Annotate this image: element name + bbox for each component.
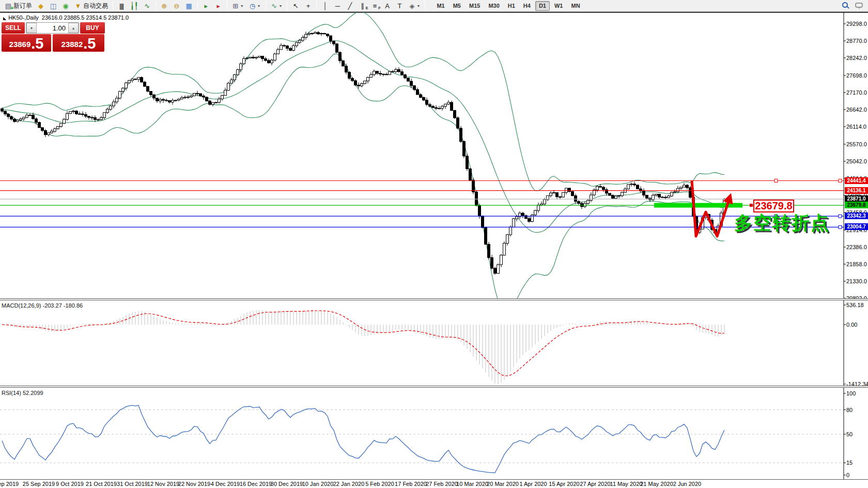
candle (66, 111, 69, 121)
sell-button[interactable]: SELL (2, 22, 25, 34)
fibonacci-button[interactable]: ≡F (369, 1, 380, 11)
candle (17, 119, 19, 123)
date-label: 21 May 2020 (640, 481, 673, 487)
candle (457, 116, 459, 129)
timeframe-d1[interactable]: D1 (535, 1, 550, 11)
new-order-button[interactable]: ▤+新订单 (3, 1, 34, 11)
text-button[interactable]: A (381, 1, 393, 11)
volume-down-button[interactable]: ▾ (26, 23, 37, 33)
volume-input[interactable]: 1.00 (37, 23, 68, 33)
price-tick-label: 21858.0 (846, 261, 868, 267)
timeframe-m15[interactable]: M15 (466, 1, 484, 11)
line-anchor-handle[interactable] (839, 215, 842, 218)
candle (491, 255, 493, 270)
rsi-axis-label: 50 (846, 431, 868, 437)
candle (534, 210, 537, 217)
rsi-panel[interactable] (0, 388, 868, 479)
candle (141, 77, 143, 83)
candle (522, 212, 524, 218)
volume-stepper[interactable]: ▾ 1.00 ▴ (26, 22, 79, 34)
autotrading-button-label: 自动交易 (83, 2, 108, 10)
buy-button[interactable]: BUY (80, 22, 105, 34)
chat-icon[interactable] (855, 3, 863, 8)
arrows-button[interactable]: ◈▼ (406, 1, 422, 11)
price-tick-label: 28770.0 (846, 38, 868, 44)
line-anchor-handle[interactable] (839, 179, 842, 182)
candle (643, 188, 645, 197)
candle (435, 105, 438, 111)
tile-windows-button[interactable]: ▦ (183, 1, 195, 11)
channel-button[interactable]: ∥E (357, 1, 368, 11)
volume-up-button[interactable]: ▴ (68, 23, 79, 33)
autotrading-button[interactable]: ▼自动交易 (72, 1, 110, 11)
turning-point-annotation[interactable]: 多空转折点 (734, 211, 830, 235)
candle (258, 56, 261, 58)
candle (376, 71, 379, 75)
candle (630, 182, 633, 187)
timeframe-m1[interactable]: M1 (433, 1, 448, 11)
timeframe-w1[interactable]: W1 (551, 1, 567, 11)
symbol-period-label: HK50-,Daily (8, 14, 39, 21)
trendline-button[interactable]: ╱ (344, 1, 355, 11)
market-watch-button[interactable]: ◆ (35, 1, 47, 11)
line-chart-button[interactable]: ∿ (142, 1, 153, 11)
candle (447, 100, 450, 105)
candle (587, 199, 590, 205)
search-icon[interactable] (842, 2, 848, 8)
candle (426, 98, 428, 106)
crosshair-button[interactable]: + (302, 1, 314, 11)
buy-price-display[interactable]: 23882 .5 (53, 34, 104, 52)
chevron-down-icon: ▼ (240, 4, 244, 8)
candle (559, 196, 562, 199)
support-highlight-bar[interactable] (654, 203, 742, 208)
candle (423, 97, 425, 101)
candle (432, 105, 435, 108)
signals-icon: ◉ (62, 3, 69, 9)
candle (85, 112, 87, 118)
signals-button[interactable]: ◉ (60, 1, 71, 11)
zoom-in-button[interactable]: ⊕ (159, 1, 170, 11)
gold-bar-icon: ◆ (37, 3, 44, 9)
label-button[interactable]: T (394, 1, 405, 11)
bar-chart-button[interactable]: ||| (116, 1, 127, 11)
horizontal-line-button[interactable]: ─ (332, 1, 343, 11)
candle-chart-button[interactable]: ╽╿ (128, 1, 141, 11)
trendline-icon: ╱ (346, 3, 353, 9)
date-label: 22 Jan 2020 (333, 481, 365, 487)
trendline-anchor-handle[interactable] (750, 204, 753, 207)
candle (348, 71, 351, 80)
candle (292, 44, 295, 52)
indicators-button[interactable]: ∿▼ (269, 1, 285, 11)
candle (103, 113, 106, 120)
sell-price-display[interactable]: 23869 .5 (2, 34, 51, 52)
price-tick-label: 26114.0 (846, 124, 868, 130)
candle (255, 56, 258, 59)
candle (215, 102, 218, 103)
date-label: 4 Dec 2019 (211, 481, 240, 487)
timeframe-h4[interactable]: H4 (520, 1, 534, 11)
main-price-chart[interactable] (0, 12, 868, 298)
new-chart-button[interactable]: ⊞▼ (230, 1, 246, 11)
line-anchor-handle[interactable] (774, 179, 778, 182)
line-anchor-handle[interactable] (839, 225, 842, 228)
chart-shift-button[interactable]: ▸ (213, 1, 224, 11)
timeframe-m30[interactable]: M30 (485, 1, 503, 11)
candle (147, 86, 149, 92)
profiles-button[interactable]: ◷▼ (247, 1, 263, 11)
candle (280, 43, 283, 50)
date-label: 25 Sep 2019 (23, 481, 55, 487)
timeframe-m5[interactable]: M5 (450, 1, 464, 11)
zoom-out-button[interactable]: ⊖ (171, 1, 182, 11)
vertical-line-button[interactable]: │ (319, 1, 331, 11)
timeframe-h1[interactable]: H1 (504, 1, 519, 11)
panel-splitter-rsi[interactable] (0, 386, 868, 388)
candle (296, 41, 298, 48)
strategy-tester-button[interactable]: ◫ (48, 1, 59, 11)
date-label: 27 Feb 2020 (426, 481, 458, 487)
macd-panel[interactable] (0, 300, 868, 386)
auto-scroll-button[interactable]: ▸ (200, 1, 212, 11)
cursor-button[interactable]: ↖ (290, 1, 301, 11)
panel-splitter-macd[interactable] (0, 298, 868, 300)
timeframe-mn[interactable]: MN (567, 1, 583, 11)
candle (652, 193, 655, 201)
